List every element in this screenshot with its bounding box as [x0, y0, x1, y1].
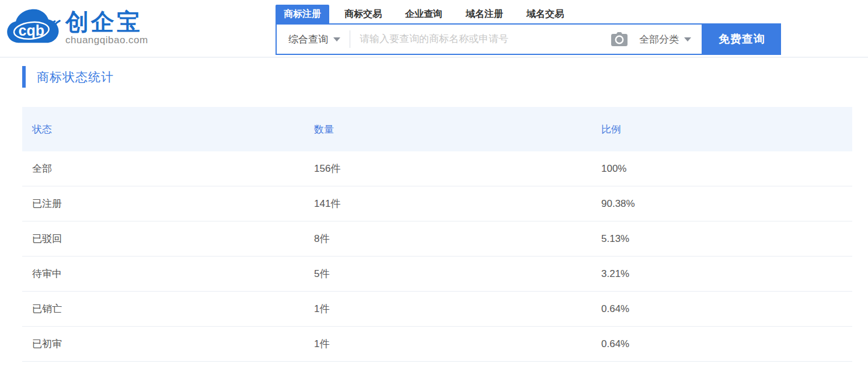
table-row: 已销亡 1件 0.64%: [22, 292, 852, 327]
camera-icon[interactable]: [611, 32, 628, 46]
section-accent-bar: [22, 66, 26, 88]
cell-status: 已初审: [32, 337, 314, 351]
table-row: 待审中 5件 3.21%: [22, 257, 852, 292]
cell-status: 已销亡: [32, 302, 314, 316]
logo-brand-name: 创企宝: [65, 9, 148, 34]
table-row: 已注册 141件 90.38%: [22, 186, 852, 221]
cell-status: 已驳回: [32, 232, 314, 245]
header-divider: [0, 57, 868, 58]
logo[interactable]: cqb 创企宝 chuangqibao.com: [5, 5, 148, 53]
col-header-status: 状态: [32, 123, 314, 136]
search-input[interactable]: [350, 27, 609, 51]
tab-domain-trade[interactable]: 域名交易: [518, 5, 572, 23]
cell-quantity: 8件: [314, 232, 601, 245]
tab-trademark-trade[interactable]: 商标交易: [336, 5, 390, 23]
chevron-down-icon: [684, 37, 691, 41]
table-row: 全部 156件 100%: [22, 151, 852, 186]
cell-ratio: 5.13%: [601, 233, 852, 245]
table-row: 已初审 1件 0.64%: [22, 327, 852, 362]
table-header-row: 状态 数量 比例: [22, 107, 852, 151]
cloud-logo-icon: cqb: [5, 5, 63, 53]
cell-ratio: 0.64%: [601, 338, 852, 350]
col-header-ratio: 比例: [601, 123, 852, 136]
cell-status: 已注册: [32, 197, 314, 210]
tab-domain-register[interactable]: 域名注册: [458, 5, 511, 23]
cell-quantity: 1件: [314, 337, 601, 351]
tab-company-search[interactable]: 企业查询: [397, 5, 451, 23]
cell-status: 全部: [32, 162, 314, 175]
main-nav: 商标注册 商标交易 企业查询 域名注册 域名交易: [276, 5, 572, 23]
search-type-dropdown[interactable]: 综合查询: [277, 33, 350, 46]
free-search-button[interactable]: 免费查询: [703, 23, 781, 55]
search-type-label: 综合查询: [288, 33, 328, 46]
table-row: 已驳回 8件 5.13%: [22, 221, 852, 257]
logo-text: 创企宝 chuangqibao.com: [65, 5, 148, 46]
cell-ratio: 0.64%: [601, 303, 852, 315]
category-label: 全部分类: [639, 33, 679, 46]
chevron-down-icon: [333, 37, 340, 41]
cell-quantity: 156件: [314, 162, 601, 175]
cell-ratio: 3.21%: [601, 268, 852, 280]
svg-text:cqb: cqb: [19, 22, 44, 39]
header: cqb 创企宝 chuangqibao.com 商标注册 商标交易 企业查询 域…: [0, 0, 868, 57]
cell-status: 待审中: [32, 267, 314, 280]
logo-domain: chuangqibao.com: [65, 34, 148, 46]
category-dropdown[interactable]: 全部分类: [636, 33, 702, 46]
tab-trademark-register[interactable]: 商标注册: [276, 5, 329, 23]
col-header-quantity: 数量: [314, 123, 601, 136]
cell-ratio: 100%: [601, 163, 852, 175]
cell-quantity: 5件: [314, 267, 601, 280]
page-title: 商标状态统计: [37, 69, 114, 85]
search-bar: 综合查询 全部分类: [276, 23, 703, 55]
section-header: 商标状态统计: [22, 66, 114, 88]
page: cqb 创企宝 chuangqibao.com 商标注册 商标交易 企业查询 域…: [0, 0, 868, 388]
trademark-status-table: 状态 数量 比例 全部 156件 100% 已注册 141件 90.38% 已驳…: [22, 107, 852, 362]
cell-quantity: 1件: [314, 302, 601, 316]
cell-quantity: 141件: [314, 197, 601, 210]
cell-ratio: 90.38%: [601, 198, 852, 210]
